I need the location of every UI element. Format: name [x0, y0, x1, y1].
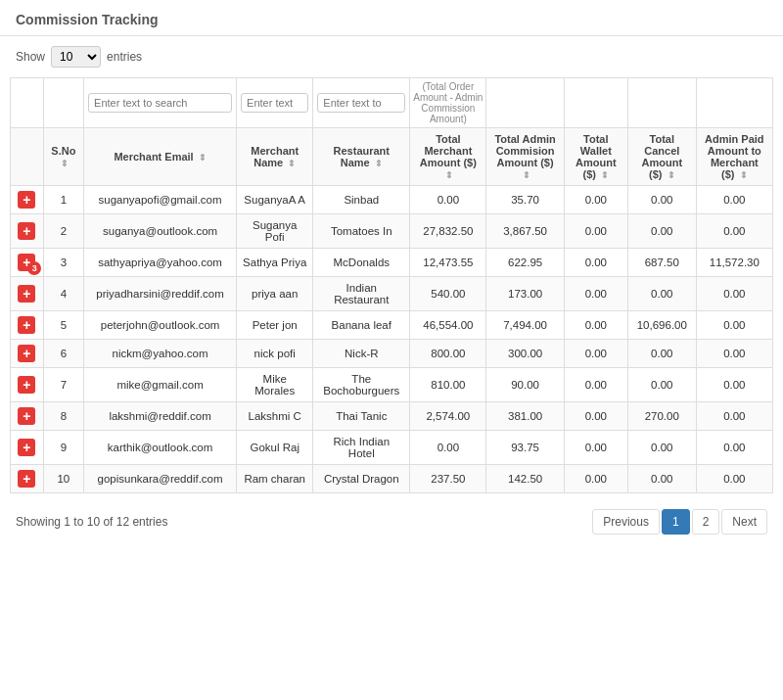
cancel-cell: 0.00 — [627, 431, 696, 465]
sno-cell: 8 — [43, 402, 83, 431]
email-cell: gopisunkara@reddif.com — [84, 465, 237, 493]
admin-commission-cell: 93.75 — [486, 431, 564, 465]
sno-cell: 7 — [43, 368, 83, 402]
page-1-button[interactable]: 1 — [662, 509, 690, 535]
admin-paid-cell: 11,572.30 — [696, 249, 772, 277]
expand-button[interactable]: +3 — [18, 254, 35, 271]
th-admin-paid: Admin Paid Amount to Merchant ($) ⇕ — [696, 128, 772, 186]
expand-cell: + — [11, 340, 44, 368]
table-row: +2suganya@outlook.comSuganya PofiTomatoe… — [11, 214, 773, 249]
admin-commission-sort-icon[interactable]: ⇕ — [523, 170, 530, 180]
filter-empty-4 — [696, 78, 772, 128]
admin-paid-sort-icon[interactable]: ⇕ — [740, 170, 748, 180]
restaurant-sort-icon[interactable]: ⇕ — [375, 159, 383, 168]
sno-cell: 9 — [43, 431, 83, 465]
expand-button[interactable]: + — [18, 439, 35, 456]
merchant-cell: Suganya Pofi — [237, 214, 313, 249]
filter-merchant-cell[interactable] — [237, 78, 313, 128]
formula-cell: (Total Order Amount - Admin Commission A… — [410, 78, 486, 128]
wallet-cell: 0.00 — [564, 340, 627, 368]
wallet-sort-icon[interactable]: ⇕ — [601, 170, 609, 180]
th-total-merchant-amount: Total Merchant Amount ($) ⇕ — [410, 128, 486, 186]
table-wrapper: (Total Order Amount - Admin Commission A… — [0, 77, 783, 493]
cancel-cell: 0.00 — [627, 186, 696, 214]
email-cell: mike@gmail.com — [84, 368, 237, 402]
expand-button[interactable]: + — [18, 285, 35, 303]
admin-commission-cell: 7,494.00 — [486, 311, 564, 340]
search-input[interactable] — [88, 93, 232, 113]
next-button[interactable]: Next — [721, 509, 767, 535]
filter-email-cell[interactable] — [84, 78, 237, 128]
wallet-cell: 0.00 — [564, 214, 627, 249]
total-merchant-cell: 810.00 — [410, 368, 486, 402]
total-merchant-sort-icon[interactable]: ⇕ — [445, 170, 453, 180]
cancel-sort-icon[interactable]: ⇕ — [668, 170, 675, 180]
show-label: Show — [16, 50, 45, 64]
merchant-cell: Mike Morales — [237, 368, 313, 402]
prev-button[interactable]: Previous — [592, 509, 660, 535]
sno-sort-icon[interactable]: ⇕ — [61, 159, 69, 168]
th-merchant-name: Merchant Name ⇕ — [237, 128, 313, 186]
expand-button[interactable]: + — [18, 376, 35, 394]
admin-commission-cell: 142.50 — [486, 465, 564, 493]
showing-text: Showing 1 to 10 of 12 entries — [16, 515, 167, 529]
table-row: +9karthik@outlook.comGokul RajRich India… — [11, 431, 773, 465]
merchant-cell: Ram charan — [237, 465, 313, 493]
restaurant-cell: Crystal Dragon — [313, 465, 410, 493]
page-title: Commission Tracking — [16, 12, 158, 27]
admin-paid-cell: 0.00 — [696, 368, 772, 402]
wallet-cell: 0.00 — [564, 465, 627, 493]
expand-button[interactable]: + — [18, 407, 35, 425]
page-2-button[interactable]: 2 — [692, 509, 720, 535]
entries-label: entries — [107, 50, 142, 64]
table-row: +7mike@gmail.comMike MoralesThe Bochobur… — [11, 368, 773, 402]
restaurant-cell: Nick-R — [313, 340, 410, 368]
table-row: +8lakshmi@reddif.comLakshmi CThai Tanic2… — [11, 402, 773, 431]
email-cell: suganyapofi@gmail.com — [84, 186, 237, 214]
per-page-select[interactable]: 10 25 50 100 — [51, 46, 101, 68]
cancel-cell: 0.00 — [627, 214, 696, 249]
expand-button[interactable]: + — [18, 191, 35, 209]
wallet-cell: 0.00 — [564, 249, 627, 277]
expand-button[interactable]: + — [18, 470, 35, 488]
merchant-filter-input[interactable] — [241, 93, 308, 113]
sno-cell: 10 — [43, 465, 83, 493]
email-sort-icon[interactable]: ⇕ — [199, 153, 207, 163]
admin-commission-cell: 3,867.50 — [486, 214, 564, 249]
admin-commission-cell: 622.95 — [486, 249, 564, 277]
merchant-cell: nick pofi — [237, 340, 313, 368]
restaurant-cell: Banana leaf — [313, 311, 410, 340]
admin-commission-cell: 173.00 — [486, 277, 564, 311]
expand-cell: + — [11, 186, 44, 214]
total-merchant-cell: 2,574.00 — [410, 402, 486, 431]
admin-paid-cell: 0.00 — [696, 214, 772, 249]
total-merchant-cell: 237.50 — [410, 465, 486, 493]
restaurant-filter-input[interactable] — [317, 93, 405, 113]
cancel-cell: 0.00 — [627, 465, 696, 493]
merchant-cell: Peter jon — [237, 311, 313, 340]
expand-cell: + — [11, 465, 44, 493]
expand-cell: +3 — [11, 249, 44, 277]
expand-button[interactable]: + — [18, 316, 35, 334]
expand-cell: + — [11, 214, 44, 249]
th-merchant-email: Merchant Email ⇕ — [84, 128, 237, 186]
footer: Showing 1 to 10 of 12 entries Previous 1… — [0, 499, 783, 544]
email-cell: suganya@outlook.com — [84, 214, 237, 249]
email-cell: priyadharsini@reddif.com — [84, 277, 237, 311]
merchant-cell: SuganyaA A — [237, 186, 313, 214]
expand-cell: + — [11, 311, 44, 340]
email-cell: peterjohn@outlook.com — [84, 311, 237, 340]
expand-button[interactable]: + — [18, 345, 35, 362]
th-restaurant-name: Restaurant Name ⇕ — [313, 128, 410, 186]
total-merchant-cell: 46,554.00 — [410, 311, 486, 340]
filter-restaurant-cell[interactable] — [313, 78, 410, 128]
table-row: +6nickm@yahoo.comnick pofiNick-R800.0030… — [11, 340, 773, 368]
table-row: +4priyadharsini@reddif.compriya aanIndia… — [11, 277, 773, 311]
table-row: +5peterjohn@outlook.comPeter jonBanana l… — [11, 311, 773, 340]
expand-button[interactable]: + — [18, 222, 35, 240]
merchant-sort-icon[interactable]: ⇕ — [288, 159, 296, 168]
merchant-cell: priya aan — [237, 277, 313, 311]
wallet-cell: 0.00 — [564, 277, 627, 311]
filter-empty-2 — [564, 78, 627, 128]
admin-paid-cell: 0.00 — [696, 311, 772, 340]
